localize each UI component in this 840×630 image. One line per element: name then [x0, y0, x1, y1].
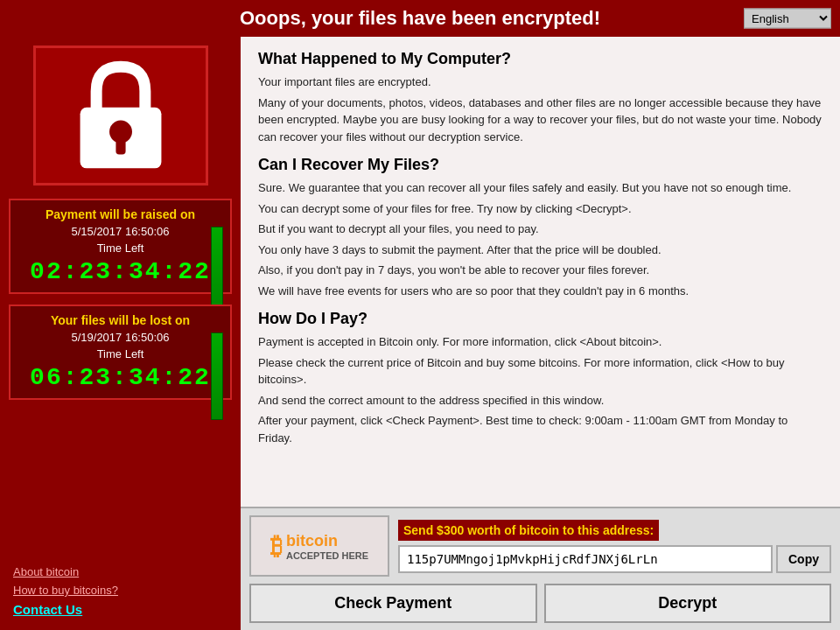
section2-p6: We will have free events for users who a…: [258, 283, 822, 300]
timer1-bar: [211, 227, 223, 314]
section2-heading: Can I Recover My Files?: [258, 156, 822, 174]
timer1-title: Payment will be raised on: [19, 207, 221, 221]
timer2-bar: [211, 332, 223, 420]
payment-area: ₿ bitcoin ACCEPTED HERE Send $300 worth …: [241, 507, 840, 630]
bitcoin-accepted-label: ACCEPTED HERE: [286, 550, 368, 561]
header-title: Ooops, your files have been encrypted!: [240, 7, 600, 30]
send-label: Send $300 worth of bitcoin to this addre…: [403, 523, 654, 537]
left-links: About bitcoin How to buy bitcoins? Conta…: [9, 561, 232, 621]
about-bitcoin-link[interactable]: About bitcoin: [9, 565, 232, 578]
contact-us-link[interactable]: Contact Us: [9, 602, 232, 617]
timer2-title: Your files will be lost on: [19, 313, 221, 327]
svg-rect-2: [116, 138, 125, 155]
content-area[interactable]: What Happened to My Computer? Your impor…: [241, 37, 840, 507]
bitcoin-logo: ₿ bitcoin ACCEPTED HERE: [249, 515, 389, 577]
timer2-label: Time Left: [19, 347, 221, 360]
timer2-countdown: 06:23:34:22: [19, 364, 221, 391]
action-buttons: Check Payment Decrypt: [249, 584, 831, 623]
section2-p1: Sure. We guarantee that you can recover …: [258, 179, 822, 197]
timer1-label: Time Left: [19, 242, 221, 255]
header: Ooops, your files have been encrypted! E…: [0, 0, 840, 37]
address-row: Copy: [398, 545, 831, 573]
copy-button[interactable]: Copy: [776, 545, 831, 573]
section1-heading: What Happened to My Computer?: [258, 50, 822, 68]
timer-box-1: Payment will be raised on 5/15/2017 16:5…: [9, 199, 232, 294]
right-panel: What Happened to My Computer? Your impor…: [241, 37, 840, 630]
bitcoin-icon: ₿: [270, 532, 283, 561]
section3-p4: After your payment, click <Check Payment…: [258, 412, 822, 446]
decrypt-button[interactable]: Decrypt: [544, 584, 832, 623]
bitcoin-label1: bitcoin: [286, 532, 368, 550]
section3-p1: Payment is accepted in Bitcoin only. For…: [258, 333, 822, 351]
timer1-date: 5/15/2017 16:50:06: [19, 225, 221, 238]
address-area: Send $300 worth of bitcoin to this addre…: [398, 520, 831, 573]
left-panel: Payment will be raised on 5/15/2017 16:5…: [0, 37, 241, 630]
section3-heading: How Do I Pay?: [258, 310, 822, 328]
padlock-container: [33, 46, 208, 186]
section2-p3: But if you want to decrypt all your file…: [258, 220, 822, 238]
section2-p2: You can decrypt some of your files for f…: [258, 200, 822, 218]
timer-box-2: Your files will be lost on 5/19/2017 16:…: [9, 304, 232, 400]
main-layout: Payment will be raised on 5/15/2017 16:5…: [0, 37, 840, 630]
bitcoin-address-input[interactable]: [398, 545, 773, 573]
bitcoin-row: ₿ bitcoin ACCEPTED HERE Send $300 worth …: [249, 515, 831, 577]
how-to-buy-link[interactable]: How to buy bitcoins?: [9, 584, 232, 597]
section2-p4: You only have 3 days to submit the payme…: [258, 242, 822, 259]
padlock-icon: [68, 59, 173, 172]
section3-p2: Please check the current price of Bitcoi…: [258, 354, 822, 388]
timer1-countdown: 02:23:34:22: [19, 258, 221, 285]
timer2-date: 5/19/2017 16:50:06: [19, 331, 221, 344]
section1-p2: Many of your documents, photos, videos, …: [258, 94, 822, 146]
check-payment-button[interactable]: Check Payment: [249, 584, 537, 623]
section2-p5: Also, if you don't pay in 7 days, you wo…: [258, 262, 822, 279]
section1-p1: Your important files are encrypted.: [258, 74, 822, 91]
section3-p3: And send the correct amount to the addre…: [258, 392, 822, 410]
language-select[interactable]: English: [744, 9, 831, 29]
